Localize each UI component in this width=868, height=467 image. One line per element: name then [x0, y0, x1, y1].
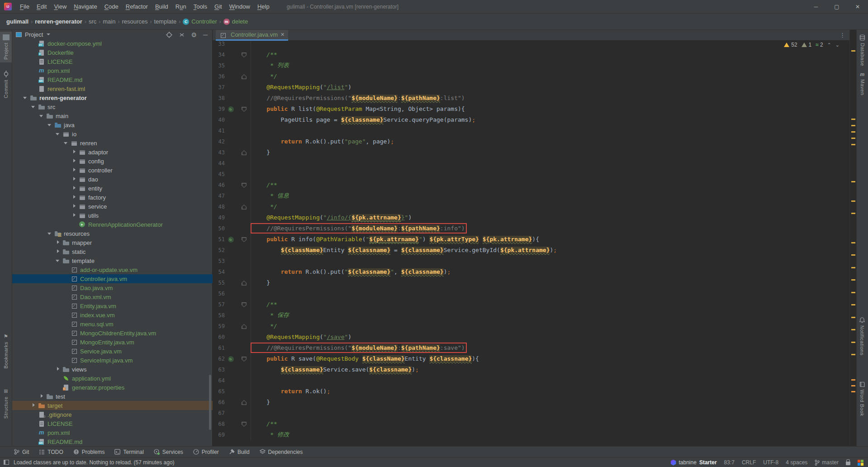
tree-item-io[interactable]: io: [12, 129, 213, 138]
tree-chevron-icon[interactable]: [71, 213, 77, 218]
tool-window-button-profiler[interactable]: Profiler: [193, 449, 219, 455]
line-number[interactable]: 50: [213, 225, 225, 232]
warning-stripe-mark[interactable]: [851, 279, 855, 281]
tree-item-renren[interactable]: renren: [12, 138, 213, 148]
locate-file-icon[interactable]: [166, 32, 172, 38]
code-viewport[interactable]: 3334 /**35 * 列表36 */37 @RequestMapping("…: [213, 41, 843, 446]
warning-stripe-mark[interactable]: [851, 181, 855, 182]
fold-marker-icon[interactable]: [241, 104, 248, 114]
tree-item-resources[interactable]: resources: [12, 229, 213, 238]
code-line-56[interactable]: 56: [213, 288, 843, 299]
tree-chevron-icon[interactable]: [71, 158, 77, 164]
tool-window-button-dependencies[interactable]: Dependencies: [260, 449, 303, 455]
sidebar-item-commit[interactable]: Commit: [0, 68, 12, 101]
code-line-68[interactable]: 68 /**: [213, 419, 843, 429]
tree-chevron-icon[interactable]: [71, 204, 77, 209]
line-number[interactable]: 46: [213, 182, 225, 188]
breadcrumb-item-src[interactable]: src: [89, 18, 96, 25]
menu-build[interactable]: Build: [152, 0, 172, 14]
fold-marker-icon[interactable]: [241, 180, 248, 191]
line-number[interactable]: 36: [213, 73, 225, 80]
sidebar-item-project[interactable]: Project: [0, 32, 12, 62]
line-number[interactable]: 66: [213, 399, 225, 405]
tree-chevron-icon[interactable]: [55, 240, 61, 245]
sidebar-item-structure[interactable]: ⊞ Structure: [0, 386, 12, 421]
code-line-52[interactable]: 52 ${className}Entity ${classname} = ${c…: [213, 245, 843, 256]
gutter-run-icon[interactable]: ↻: [227, 356, 235, 362]
tree-item-factory[interactable]: factory: [12, 193, 213, 202]
tree-chevron-icon[interactable]: [31, 403, 36, 408]
warning-stripe-mark[interactable]: [851, 342, 855, 343]
sidebar-item-word-book[interactable]: Word Book: [856, 379, 868, 419]
line-number[interactable]: 45: [213, 171, 225, 177]
encoding-indicator[interactable]: UTF-8: [763, 459, 778, 466]
layout-icon[interactable]: [4, 460, 9, 465]
line-number[interactable]: 67: [213, 410, 225, 416]
code-line-53[interactable]: 53: [213, 256, 843, 267]
notification-stripe-mark[interactable]: [851, 391, 855, 392]
tool-window-button-build[interactable]: Build: [229, 449, 250, 455]
tree-item-entity-java-vm[interactable]: Entity.java.vm: [12, 301, 213, 310]
menu-help[interactable]: Help: [254, 0, 273, 14]
line-number[interactable]: 68: [213, 421, 225, 427]
line-number[interactable]: 34: [213, 52, 225, 58]
tree-item-dockerfile[interactable]: DDockerfile: [12, 48, 213, 57]
tree-item-renrenapplicationgenerator[interactable]: RenrenApplicationGenerator: [12, 220, 213, 229]
fold-marker-icon[interactable]: [241, 201, 248, 212]
tree-item-entity[interactable]: entity: [12, 184, 213, 193]
code-line-38[interactable]: 38 //@RequiresPermissions("${moduleName}…: [213, 93, 843, 104]
tree-item-target[interactable]: target: [12, 401, 213, 410]
tab-controller-java-vm[interactable]: Controller.java.vm ✕: [216, 30, 288, 41]
code-line-66[interactable]: 66 }: [213, 397, 843, 408]
plugin-squares-icon[interactable]: [858, 460, 863, 466]
code-line-62[interactable]: 62↻ public R save(@RequestBody ${classNa…: [213, 353, 843, 364]
code-line-46[interactable]: 46 /**: [213, 180, 843, 191]
fold-marker-icon[interactable]: [241, 419, 248, 429]
line-number[interactable]: 37: [213, 84, 225, 91]
warning-stripe-mark[interactable]: [851, 131, 855, 133]
tree-item-mapper[interactable]: mapper: [12, 238, 213, 247]
tabnine-widget[interactable]: tabnine Starter: [671, 459, 717, 466]
lock-icon[interactable]: [846, 462, 850, 465]
line-number[interactable]: 63: [213, 367, 225, 373]
fold-marker-icon[interactable]: [241, 234, 248, 245]
tool-window-button-git[interactable]: Git: [14, 449, 29, 455]
tool-window-button-todo[interactable]: TODO: [39, 449, 63, 455]
line-number[interactable]: 58: [213, 312, 225, 319]
menu-code[interactable]: Code: [101, 0, 122, 14]
menu-git[interactable]: Git: [211, 0, 226, 14]
breadcrumb-item-template[interactable]: template: [154, 18, 176, 25]
fold-marker-icon[interactable]: [241, 353, 248, 364]
gutter-run-icon[interactable]: ↻: [227, 237, 235, 243]
line-number[interactable]: 47: [213, 193, 225, 199]
line-number[interactable]: 41: [213, 128, 225, 134]
menu-run[interactable]: Run: [172, 0, 190, 14]
warning-stripe-mark[interactable]: [851, 119, 855, 120]
tree-item-menu-sql-vm[interactable]: menu.sql.vm: [12, 319, 213, 329]
editor-error-stripe[interactable]: [849, 30, 856, 446]
tree-item-config[interactable]: config: [12, 157, 213, 166]
hide-panel-icon[interactable]: ─: [203, 31, 208, 38]
tree-item-generator-properties[interactable]: ≡generator.properties: [12, 383, 213, 392]
maximize-button[interactable]: ▢: [826, 0, 847, 14]
tree-chevron-icon[interactable]: [47, 231, 52, 236]
code-line-59[interactable]: 59 */: [213, 321, 843, 332]
line-number[interactable]: 64: [213, 377, 225, 384]
warning-stripe-mark[interactable]: [851, 144, 855, 145]
indent-indicator[interactable]: 4 spaces: [786, 459, 807, 466]
tree-item-readme-md[interactable]: MDREADME.md: [12, 75, 213, 84]
tree-item-application-yml[interactable]: application.yml: [12, 374, 213, 383]
tree-chevron-icon[interactable]: [47, 122, 52, 128]
code-line-63[interactable]: 63 ${classname}Service.save(${classname}…: [213, 364, 843, 375]
code-line-36[interactable]: 36 */: [213, 71, 843, 82]
line-number[interactable]: 44: [213, 160, 225, 167]
gutter-run-icon[interactable]: ↻: [227, 106, 235, 112]
tree-item-template[interactable]: template: [12, 256, 213, 265]
line-number[interactable]: 35: [213, 62, 225, 69]
line-number[interactable]: 33: [213, 41, 225, 47]
minimize-button[interactable]: ─: [806, 0, 826, 14]
tree-item-mongochildrenentity-java-vm[interactable]: MongoChildrenEntity.java.vm: [12, 329, 213, 338]
tree-item-dao-java-vm[interactable]: Dao.java.vm: [12, 283, 213, 292]
editor-area[interactable]: Controller.java.vm ✕ ⋮ 52 1 ≈2 ⌃ ⌄ 3334 …: [213, 30, 849, 446]
line-number[interactable]: 52: [213, 247, 225, 253]
